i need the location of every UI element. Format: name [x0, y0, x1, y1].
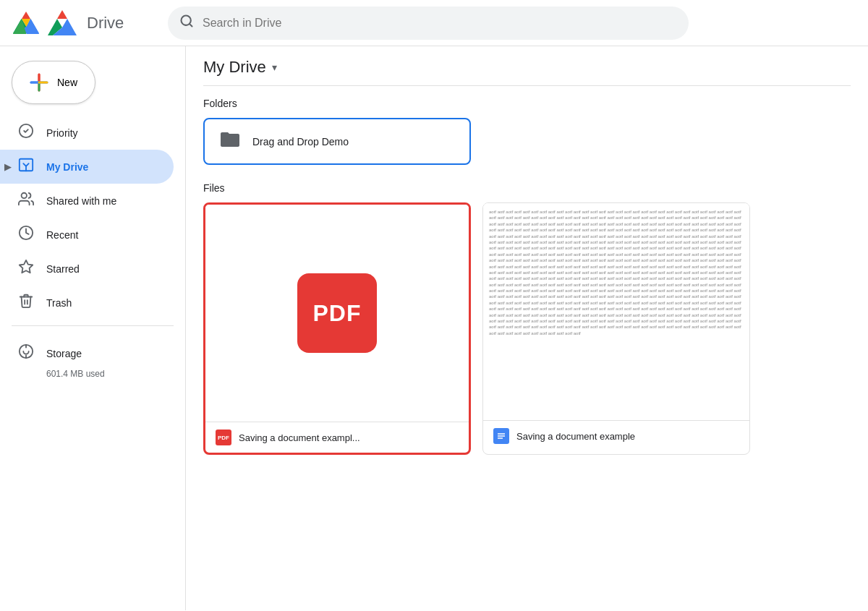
shared-icon [17, 191, 35, 210]
doc-type-icon [493, 428, 509, 444]
text-preview-content: aotf aotf aotf aotf aotf aotf aotf aotf … [483, 203, 749, 420]
files-section-label: Files [203, 182, 851, 194]
drive-title: My Drive [203, 58, 266, 77]
folders-section-label: Folders [203, 98, 851, 109]
file-name-doc: Saving a document example [516, 431, 635, 442]
new-button-label: New [57, 77, 77, 88]
logo-text: Drive [87, 14, 124, 33]
storage-label-text: Storage [46, 348, 82, 359]
drive-title-dropdown-icon[interactable]: ▾ [272, 61, 277, 73]
file-name-pdf: Saving a document exampl... [239, 432, 360, 443]
folder-name: Drag and Drop Demo [252, 136, 349, 148]
sidebar-item-trash-label: Trash [46, 297, 72, 309]
sidebar-divider [12, 325, 174, 326]
file-footer-doc: Saving a document example [483, 420, 749, 451]
drive-logo-icon [12, 9, 41, 38]
svg-marker-13 [57, 10, 67, 19]
logo-area: Drive [12, 9, 156, 38]
trash-icon [17, 293, 35, 312]
sidebar-item-trash[interactable]: Trash [0, 286, 174, 320]
storage-section: Storage 601.4 MB used [17, 338, 168, 379]
files-grid: PDF PDF Saving a document exampl... aotf… [203, 202, 851, 455]
folder-card[interactable]: Drag and Drop Demo [203, 118, 471, 165]
storage-used: 601.4 MB used [17, 369, 168, 379]
file-card-doc[interactable]: aotf aotf aotf aotf aotf aotf aotf aotf … [482, 202, 750, 455]
file-preview-doc: aotf aotf aotf aotf aotf aotf aotf aotf … [483, 203, 749, 420]
app-header: Drive [0, 0, 868, 46]
svg-point-25 [22, 193, 27, 198]
drive-logo-svg [46, 9, 78, 38]
file-preview-pdf: PDF [205, 205, 469, 422]
sidebar-item-starred[interactable]: Starred [0, 252, 174, 286]
new-button[interactable]: New [12, 61, 95, 104]
sidebar-item-my-drive[interactable]: ▶ My Drive [0, 150, 174, 184]
pdf-label: PDF [313, 300, 362, 327]
chevron-right-icon: ▶ [4, 162, 11, 172]
sidebar-item-shared[interactable]: Shared with me [0, 184, 174, 218]
sidebar-item-recent-label: Recent [46, 229, 78, 241]
main-content: My Drive ▾ Folders Drag and Drop Demo Fi… [185, 46, 868, 610]
recent-icon [17, 225, 35, 244]
app-body: New Priority ▶ My Drive [0, 46, 868, 610]
search-bar[interactable] [168, 7, 689, 40]
storage-label[interactable]: Storage [17, 338, 168, 369]
sidebar-item-starred-label: Starred [46, 263, 80, 275]
search-input[interactable] [203, 17, 677, 30]
search-icon [179, 14, 194, 32]
svg-line-15 [190, 24, 192, 27]
sidebar-item-recent[interactable]: Recent [0, 218, 174, 252]
my-drive-icon [17, 157, 35, 176]
folder-icon [219, 129, 241, 153]
sidebar-item-shared-label: Shared with me [46, 195, 116, 207]
plus-icon [30, 73, 48, 92]
storage-icon [17, 343, 35, 363]
sidebar-item-priority-label: Priority [46, 127, 78, 139]
svg-marker-27 [20, 260, 33, 273]
priority-icon [17, 123, 35, 142]
sidebar: New Priority ▶ My Drive [0, 46, 185, 610]
file-card-pdf[interactable]: PDF PDF Saving a document exampl... [203, 202, 471, 455]
pdf-type-icon: PDF [216, 430, 231, 445]
file-footer-pdf: PDF Saving a document exampl... [205, 422, 469, 453]
sidebar-item-my-drive-label: My Drive [46, 161, 88, 173]
drive-header: My Drive ▾ [203, 58, 851, 86]
sidebar-item-priority[interactable]: Priority [0, 116, 174, 150]
svg-marker-5 [22, 12, 30, 19]
pdf-icon-large: PDF [297, 273, 377, 353]
starred-icon [17, 259, 35, 278]
